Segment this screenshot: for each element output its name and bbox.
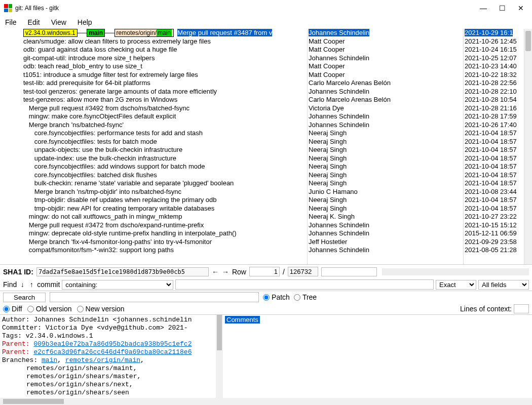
branch-link[interactable]: remotes/origin/shears/master: [26, 373, 137, 380]
commit-date: 2021-10-28 21:16: [464, 104, 524, 113]
commit-row[interactable]: Merge branch 'ns/batched-fsync': [22, 121, 307, 130]
date-column[interactable]: 2021-10-29 16:12021-10-26 12:452021-10-2…: [463, 29, 524, 264]
branch-link[interactable]: main: [42, 356, 57, 364]
row-current-input[interactable]: [249, 267, 280, 276]
parent2-link[interactable]: e2cf6ca3d96fa26cc646d4f0a69cba80ca2118e6: [33, 348, 192, 356]
parent1-link[interactable]: 009b3ea10e72ba7a86d95b2badca938b95c1efc2: [33, 340, 192, 348]
commit-row[interactable]: tmp-objdir: new API for creating tempora…: [22, 205, 307, 213]
commit-row[interactable]: test-genzeros: allow more than 2G zeros …: [22, 96, 307, 104]
commit-row[interactable]: core.fsyncobjectfiles: tests for batch m…: [22, 138, 307, 146]
find-down-icon[interactable]: ↓: [19, 280, 26, 289]
maximize-icon[interactable]: ☐: [499, 4, 506, 12]
new-version-radio[interactable]: New version: [77, 305, 125, 313]
commit-row[interactable]: test-lib: add prerequisite for 64-bit pl…: [22, 79, 307, 88]
old-version-radio[interactable]: Old version: [27, 305, 72, 313]
comments-item[interactable]: Comments: [225, 316, 260, 323]
sha-input[interactable]: [36, 267, 209, 276]
find-up-icon[interactable]: ↑: [28, 280, 35, 289]
lines-of-context-input[interactable]: [514, 304, 529, 313]
commit-row[interactable]: test-tool genzeros: generate large amoun…: [22, 88, 307, 96]
minimize-icon[interactable]: —: [480, 4, 487, 12]
commit-row[interactable]: Merge branch 'ns/tmp-objdir' into ns/bat…: [22, 188, 307, 196]
commit-row[interactable]: Merge branch 'fix-v4-fsmonitor-long-path…: [22, 238, 307, 247]
menu-help[interactable]: Help: [78, 18, 92, 26]
menu-edit[interactable]: Edit: [28, 18, 40, 26]
detail-hscrollbar[interactable]: [0, 398, 532, 405]
commit-row[interactable]: Merge pull request #3472 from dscho/expa…: [22, 221, 307, 230]
find-match-select[interactable]: Exact: [436, 280, 476, 290]
commit-row[interactable]: mingw: deprecate old-style runtime-prefi…: [22, 229, 307, 238]
commit-row[interactable]: v2.34.0.windows.1──main──remotes/origin/…: [22, 29, 307, 37]
branch-link[interactable]: remotes/origin/shears/next: [26, 381, 129, 388]
app-icon: [4, 4, 12, 12]
search-button[interactable]: Search: [3, 293, 46, 302]
menu-file[interactable]: File: [5, 18, 17, 26]
find-mode: commit: [37, 280, 60, 289]
commit-row[interactable]: mingw: make core.fsyncObjectFiles defaul…: [22, 112, 307, 121]
tree-radio[interactable]: Tree: [294, 293, 317, 301]
patch-radio[interactable]: Patch: [263, 293, 290, 301]
commit-row[interactable]: unpack-objects: use the bulk-checkin inf…: [22, 146, 307, 154]
commit-author: Neeraj Singh: [308, 196, 463, 205]
branch-link[interactable]: remotes/origin/shears/seen: [26, 389, 129, 396]
close-icon[interactable]: ✕: [518, 4, 524, 12]
commit-author: Carlo Marcelo Arenas Belón: [308, 96, 463, 104]
search-input[interactable]: [50, 292, 259, 302]
commit-row[interactable]: mingw: do not call xutftowcs_path in min…: [22, 213, 307, 221]
commit-row[interactable]: odb: guard against data loss checking ou…: [22, 46, 307, 54]
find-how-select[interactable]: containing:: [62, 280, 173, 290]
remote-ref[interactable]: remotes/origin/main: [115, 29, 174, 37]
detail-scrollbar[interactable]: [216, 315, 223, 398]
commit-date: 2021-10-23 14:40: [464, 62, 524, 71]
commit-row[interactable]: tmp-objdir: disable ref updates when rep…: [22, 196, 307, 205]
subject-column[interactable]: v2.34.0.windows.1──main──remotes/origin/…: [22, 29, 307, 264]
commit-author: Johannes Schindelin: [308, 29, 463, 37]
parent-label: Parent:: [2, 348, 30, 356]
goto-input[interactable]: [321, 267, 377, 276]
commit-row[interactable]: update-index: use the bulk-checkin infra…: [22, 154, 307, 163]
commit-row[interactable]: odb: teach read_blob_entry to use size_t: [22, 62, 307, 71]
commit-row[interactable]: core.fsyncobjectfiles: performance tests…: [22, 129, 307, 138]
commit-row[interactable]: core.fsyncobjectfiles: add windows suppo…: [22, 163, 307, 171]
commit-date: 2021-10-29 16:1: [464, 29, 524, 37]
branch-link[interactable]: remotes/origin/main: [65, 356, 140, 364]
commit-row[interactable]: Merge pull request #3492 from dscho/ns/b…: [22, 104, 307, 113]
branch-link[interactable]: remotes/origin/shears/maint: [26, 364, 133, 372]
file-list-pane[interactable]: Comments: [223, 315, 532, 398]
commit-row[interactable]: bulk-checkin: rename 'state' variable an…: [22, 179, 307, 188]
commit-author: Neeraj Singh: [308, 163, 463, 171]
tag-ref[interactable]: v2.34.0.windows.1: [23, 29, 78, 37]
commit-date: 2021-10-22 18:32: [464, 71, 524, 79]
commit-row[interactable]: core.fsyncobjectfiles: batched disk flus…: [22, 171, 307, 180]
next-arrow-icon[interactable]: →: [222, 268, 229, 276]
local-ref[interactable]: main: [87, 29, 105, 37]
commit-detail-pane[interactable]: Author: Johannes Schindelin <johannes.sc…: [0, 315, 223, 398]
vertical-scrollbar[interactable]: [524, 29, 532, 264]
row-label: Row: [232, 268, 246, 276]
diff-options-bar: Diff Old version New version Lines of co…: [0, 303, 532, 314]
commit-row[interactable]: t1051: introduce a smudge filter test fo…: [22, 71, 307, 79]
committer-line: Committer: Victoria Dye <vdye@github.com…: [2, 324, 221, 332]
diff-radio[interactable]: Diff: [3, 305, 22, 313]
find-input[interactable]: [175, 279, 434, 290]
author-column[interactable]: Johannes Schindelin Matt Cooper Matt Coo…: [307, 29, 463, 264]
commit-row[interactable]: clean/smudge: allow clean filters to pro…: [22, 37, 307, 46]
search-bar: Search Patch Tree: [0, 291, 532, 303]
find-bar: Find ↓ ↑ commit containing: Exact All fi…: [0, 278, 532, 291]
commit-date: 2021-10-26 12:45: [464, 37, 524, 46]
find-fields-select[interactable]: All fields: [478, 280, 529, 290]
commit-author: Neeraj Singh: [308, 138, 463, 146]
commit-date: 2021-10-28 22:56: [464, 79, 524, 88]
commit-subject: Merge branch 'ns/tmp-objdir' into ns/bat…: [34, 188, 181, 195]
commit-date: 2021-10-26 17:40: [464, 121, 524, 130]
commit-author: Matt Cooper: [308, 46, 463, 54]
commit-row[interactable]: compat/fsmonitor/fsm-*-win32: support lo…: [22, 246, 307, 255]
commit-date: 2021-10-04 18:57: [464, 138, 524, 146]
commit-author: Johannes Schindelin: [308, 229, 463, 238]
menu-view[interactable]: View: [51, 18, 66, 26]
commit-subject: odb: teach read_blob_entry to use size_t: [23, 62, 142, 70]
commit-date: 2021-10-04 18:57: [464, 146, 524, 154]
commit-row[interactable]: git-compat-util: introduce more size_t h…: [22, 54, 307, 63]
commit-author: Johannes Schindelin: [308, 121, 463, 130]
prev-arrow-icon[interactable]: ←: [212, 268, 219, 276]
